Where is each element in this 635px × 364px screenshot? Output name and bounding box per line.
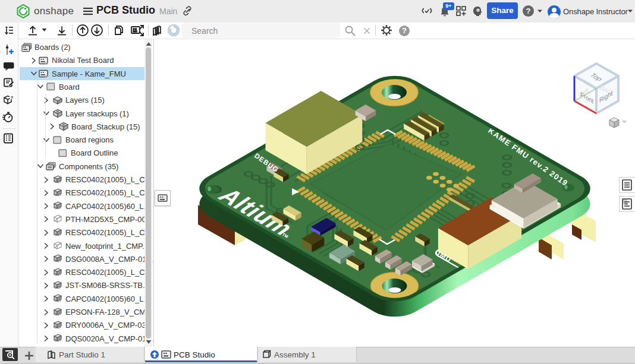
svg-text:?: ? [11, 95, 14, 100]
